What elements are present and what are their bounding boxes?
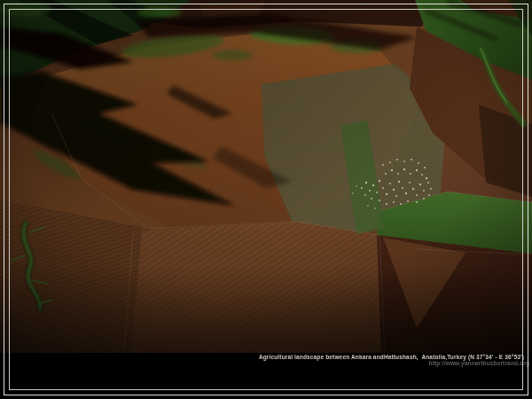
landscape-graphic (0, 0, 532, 353)
caption-text: Agricultural landscape between Ankara an… (0, 354, 524, 360)
photo-caption: Agricultural landscape between Ankara an… (0, 354, 524, 366)
vignette (0, 0, 532, 353)
wallpaper-canvas: Agricultural landscape between Ankara an… (0, 0, 532, 399)
caption-credit-url: http://www.yannarthusbertrand.org (0, 360, 529, 366)
aerial-photo (0, 0, 532, 353)
